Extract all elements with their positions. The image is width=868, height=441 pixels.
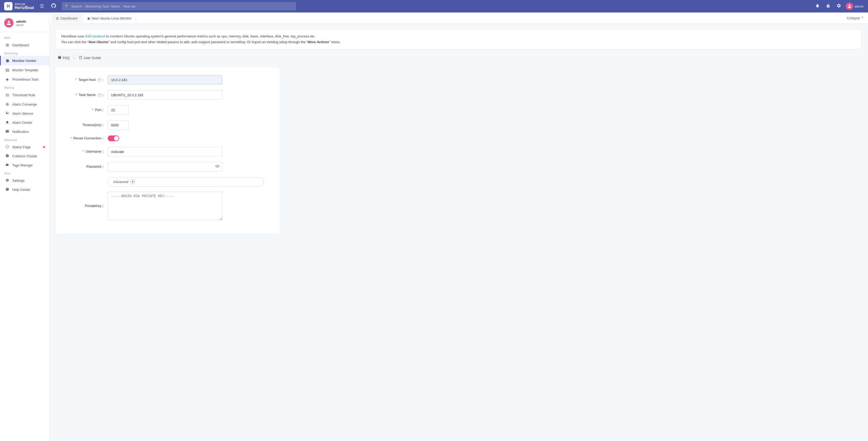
github-button[interactable] [50,2,58,11]
sidebar-item-alarm-converge[interactable]: ⊕ Alarm Converge [0,100,49,109]
timeout-label: Timeout(ms)： [66,123,108,127]
tab-dashboard-icon: ⊞ [56,16,59,20]
logo-subtitle: APACHE [14,3,34,6]
sidebar-item-notification[interactable]: Notification [0,127,49,136]
admin-label: admin [855,4,864,8]
user-menu[interactable]: admin [846,3,864,10]
sidebar-item-tags-manage[interactable]: Tags Manage [0,161,49,170]
search-icon: 🔍 [65,4,69,8]
sidebar-item-settings[interactable]: Settings [0,176,49,185]
sidebar-item-monitor-center[interactable]: ◉ Monitor Center [0,56,49,65]
sidebar-item-label: Threshold Rule [12,93,35,97]
app-name: HertzBeat [14,6,34,10]
sidebar-item-status-page[interactable]: Status Page [0,142,49,151]
port-input[interactable] [108,105,129,115]
section-label-more: More [0,170,49,176]
advanced-label: Advanced [113,180,128,184]
target-host-input[interactable] [108,75,222,84]
sidebar-user-role: admin [16,24,26,27]
sidebar-item-dashboard[interactable]: ⊞ DashBoard [0,40,49,50]
monitor-template-icon: ▤ [5,68,10,72]
user-avatar-nav [846,3,853,10]
sidebar-item-label: Monitor Template [12,68,38,72]
faq-label: FAQ [63,56,69,60]
sidebar-item-help-center[interactable]: Help Center [0,185,49,194]
section-label-advanced: Advanced [0,136,49,142]
sidebar-item-alarm-silence[interactable]: Alarm Silence [0,109,49,118]
sidebar-item-label: Alarm Center [12,121,32,125]
settings-button[interactable] [835,2,843,11]
collector-cluster-icon [5,154,10,158]
sidebar-item-label: Alarm Converge [12,102,37,106]
target-host-info-icon[interactable]: ? [98,78,101,82]
collapse-icon: ⌃ [861,16,864,20]
reuse-connection-toggle[interactable] [108,135,119,141]
user-guide-link[interactable]: User Guide [76,55,103,61]
password-wrapper [108,162,222,171]
search-input[interactable] [71,4,293,8]
settings-nav-icon [5,178,10,183]
advanced-expand-icon: ▼ [130,179,135,184]
monitor-form: * Target Host ?： * Task Name ?： [56,67,280,234]
menu-button[interactable]: ☰ [38,2,45,11]
password-label: Password： [66,164,108,169]
more-actions-em: More Actions [308,40,329,44]
main-content: ⊞ DashBoard ◉ New Ubuntu Linux Monitor C… [50,12,868,441]
new-ubuntu-em: New Ubuntu [89,40,108,44]
sidebar-item-label: Alarm Silence [12,111,33,115]
description-box: HertzBeat uses SSH protocol to monitors … [56,29,862,49]
ssh-protocol-link[interactable]: SSH protocol [85,34,105,38]
collapse-label: Collapse [847,16,860,20]
status-dot [43,146,45,148]
alarm-silence-icon [5,111,10,116]
task-name-input[interactable] [108,90,222,100]
sidebar-item-label: Status Page [12,145,31,149]
content-area: HertzBeat uses SSH protocol to monitors … [50,24,868,441]
tab-dashboard[interactable]: ⊞ DashBoard [52,14,82,22]
username-input[interactable] [108,147,222,156]
task-name-info-icon[interactable]: ? [98,93,101,97]
sidebar-item-collector-cluster[interactable]: Collector Cluster [0,151,49,161]
prometheus-icon: ◈ [5,77,10,82]
lock-button[interactable] [825,2,832,11]
sidebar-item-prometheus-task[interactable]: ◈ Prometheus Task [0,75,49,84]
sidebar-item-label: Help Center [12,188,30,192]
password-input[interactable] [108,162,222,171]
navbar-right: admin [814,2,864,11]
private-key-input[interactable] [108,192,222,220]
sidebar-item-threshold-rule[interactable]: ⊟ Threshold Rule [0,90,49,100]
faq-link[interactable]: FAQ [56,55,71,61]
sidebar-item-label: Notification [12,130,29,134]
sidebar-item-monitor-template[interactable]: ▤ Monitor Template [0,65,49,75]
advanced-button[interactable]: Advanced ▼ [108,177,264,186]
collapse-button[interactable]: Collapse ⌃ [844,15,866,21]
logo: H APACHE HertzBeat [4,2,34,10]
tab-dashboard-label: DashBoard [60,16,77,20]
user-guide-label: User Guide [84,56,101,60]
tab-ubuntu-icon: ◉ [87,16,90,20]
alarm-converge-icon: ⊕ [5,102,10,107]
sidebar-item-alarm-center[interactable]: Alarm Center [0,118,49,127]
show-password-button[interactable] [215,164,220,170]
password-row: Password： [66,162,264,171]
sidebar-item-label: Prometheus Task [12,77,38,81]
port-row: * Port： [66,105,264,115]
tab-new-ubuntu-label: New Ubuntu Linux Monitor [92,16,131,20]
username-label: * Username： [66,149,108,154]
search-bar[interactable]: 🔍 [62,2,296,10]
timeout-input[interactable] [108,121,129,130]
alarm-center-icon [5,121,10,125]
lock-icon [826,4,830,9]
username-row: * Username： [66,147,264,156]
sidebar-item-label: Collector Cluster [12,154,37,158]
github-icon [51,3,56,9]
tab-new-ubuntu[interactable]: ◉ New Ubuntu Linux Monitor [83,14,136,22]
reuse-connection-label: * Reuse Connection： [66,136,108,141]
dashboard-icon: ⊞ [5,43,10,47]
section-label-main: Main [0,34,49,40]
faq-icon [58,56,61,60]
private-key-label: PrivateKey： [66,204,108,208]
section-label-alerting: Alerting [0,84,49,90]
notification-button[interactable] [814,2,822,11]
private-key-row: PrivateKey： [66,192,264,220]
